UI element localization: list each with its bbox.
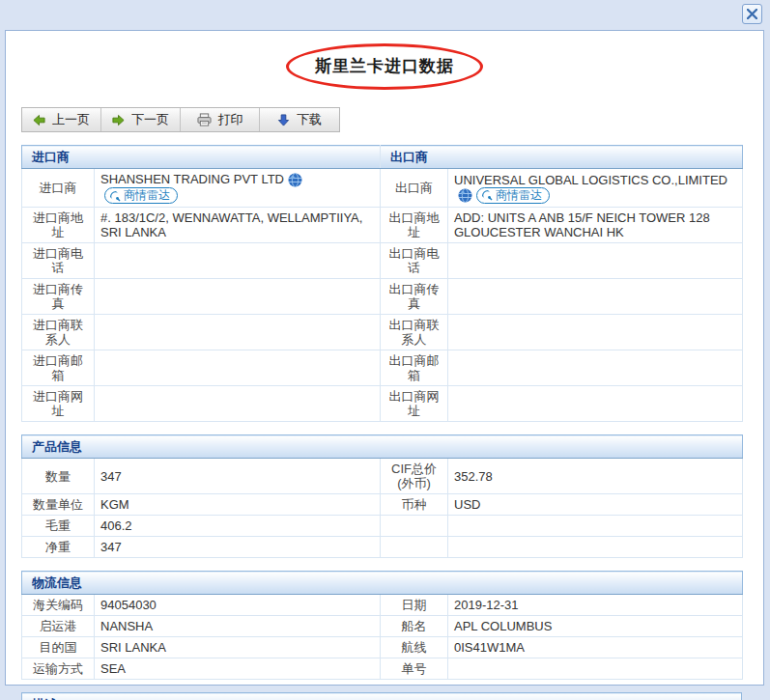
transport-mode-value: SEA (95, 658, 381, 680)
table-row: 净重 347 (22, 537, 743, 558)
net-weight-label: 净重 (22, 537, 95, 558)
vessel-value: APL COLUMBUS (448, 616, 743, 637)
quantity-unit-value: KGM (95, 494, 381, 516)
download-button[interactable]: 下载 (260, 108, 339, 131)
page-title: 斯里兰卡进口数据 (286, 43, 483, 90)
table-row: 海关编码 94054030 日期 2019-12-31 (22, 595, 743, 616)
prev-page-label: 上一页 (52, 111, 90, 128)
hs-code-label: 海关编码 (22, 595, 95, 616)
parties-table: 进口商 出口商 进口商 SHANSHEN TRADING PVT LTD商情雷达… (21, 145, 743, 422)
exporter-contact (448, 315, 743, 350)
importer-phone (95, 243, 381, 279)
table-row: 进口商电话 出口商电话 (22, 243, 743, 279)
table-row: 启运港 NANSHA 船名 APL COLUMBUS (22, 616, 743, 637)
exporter-contact-label: 出口商联系人 (381, 315, 448, 350)
table-row: 数量 347 CIF总价(外币) 352.78 (22, 459, 743, 494)
origin-port-value: NANSHA (95, 616, 381, 637)
gross-weight-label: 毛重 (22, 516, 95, 537)
exporter-phone (448, 243, 743, 279)
importer-section-header: 进口商 (22, 146, 381, 169)
exporter-address: ADD: UNITS A ANB 15/F NEICH TOWER 128 GL… (448, 208, 743, 243)
radar-badge[interactable]: 商情雷达 (476, 187, 550, 204)
table-row: 进口商网址 出口商网址 (22, 386, 743, 422)
importer-contact (95, 315, 381, 350)
printer-icon (197, 113, 212, 126)
description-table: 描述 产品描述 LIGHT 100 LED, 产品描述 2 Electric l… (21, 692, 742, 700)
radar-badge[interactable]: 商情雷达 (104, 187, 178, 204)
importer-email-label: 进口商邮箱 (22, 350, 95, 386)
bill-number-value (448, 658, 743, 680)
importer-name-cell: SHANSHEN TRADING PVT LTD商情雷达 (95, 169, 381, 208)
transport-mode-label: 运输方式 (22, 658, 95, 680)
importer-contact-label: 进口商联系人 (22, 315, 95, 350)
next-page-button[interactable]: 下一页 (101, 108, 181, 131)
destination-country-label: 目的国 (22, 637, 95, 658)
table-row: 进口商邮箱 出口商邮箱 (22, 350, 743, 386)
prev-page-button[interactable]: 上一页 (22, 108, 101, 131)
importer-website (95, 386, 381, 422)
title-area: 斯里兰卡进口数据 (6, 43, 763, 90)
next-page-label: 下一页 (131, 111, 169, 128)
print-button[interactable]: 打印 (181, 108, 260, 131)
vessel-label: 船名 (381, 616, 448, 637)
close-button[interactable] (742, 4, 762, 24)
table-row: 进口商地址 #. 183/1C/2, WENNAWATTA, WELLAMPTI… (22, 208, 743, 243)
exporter-name-cell: UNIVERSAL GLOBAL LOGISTICS CO.,LIMITED商情… (448, 169, 743, 208)
exporter-website-label: 出口商网址 (381, 386, 448, 422)
importer-fax-label: 进口商传真 (22, 279, 95, 315)
date-label: 日期 (381, 595, 448, 616)
importer-address: #. 183/1C/2, WENNAWATTA, WELLAMPTIIYA, S… (95, 208, 381, 243)
table-row: 进口商 SHANSHEN TRADING PVT LTD商情雷达 出口商 UNI… (22, 169, 743, 208)
toolbar: 上一页 下一页 打印 下载 (21, 107, 340, 132)
exporter-address-label: 出口商地址 (381, 208, 448, 243)
cif-total-label: CIF总价(外币) (381, 459, 448, 494)
importer-email (95, 350, 381, 386)
table-row: 毛重 406.2 (22, 516, 743, 537)
globe-icon[interactable] (458, 188, 472, 203)
importer-address-label: 进口商地址 (22, 208, 95, 243)
product-section-header: 产品信息 (22, 435, 743, 459)
currency-label: 币种 (381, 494, 448, 516)
importer-name-label: 进口商 (22, 169, 95, 208)
importer-fax (95, 279, 381, 315)
logistics-section-header: 物流信息 (22, 572, 743, 595)
table-row: 进口商联系人 出口商联系人 (22, 315, 743, 350)
logistics-table: 物流信息 海关编码 94054030 日期 2019-12-31 启运港 NAN… (21, 571, 743, 680)
exporter-name-label: 出口商 (381, 169, 448, 208)
download-label: 下载 (297, 111, 322, 128)
currency-value: USD (448, 494, 743, 516)
exporter-section-header: 出口商 (381, 146, 743, 169)
exporter-email-label: 出口商邮箱 (381, 350, 448, 386)
arrow-right-icon (112, 114, 125, 126)
destination-country-value: SRI LANKA (95, 637, 381, 658)
table-row: 进口商传真 出口商传真 (22, 279, 743, 315)
empty-value (448, 537, 743, 558)
table-row: 运输方式 SEA 单号 (22, 658, 743, 680)
route-label: 航线 (381, 637, 448, 658)
empty-label (381, 537, 448, 558)
exporter-fax-label: 出口商传真 (381, 279, 448, 315)
quantity-unit-label: 数量单位 (22, 494, 95, 516)
importer-phone-label: 进口商电话 (22, 243, 95, 279)
table-row: 目的国 SRI LANKA 航线 0IS41W1MA (22, 637, 743, 658)
empty-value (448, 516, 743, 537)
exporter-email (448, 350, 743, 386)
close-icon (747, 9, 757, 19)
exporter-name: UNIVERSAL GLOBAL LOGISTICS CO.,LIMITED (454, 173, 727, 187)
radar-icon (109, 190, 121, 202)
radar-badge-label: 商情雷达 (496, 188, 542, 203)
exporter-website (448, 386, 743, 422)
route-value: 0IS41W1MA (448, 637, 743, 658)
arrow-left-icon (33, 114, 45, 126)
date-value: 2019-12-31 (448, 595, 743, 616)
product-info-table: 产品信息 数量 347 CIF总价(外币) 352.78 数量单位 KGM 币种… (21, 434, 743, 558)
importer-website-label: 进口商网址 (22, 386, 95, 422)
net-weight-value: 347 (95, 537, 381, 558)
bill-number-label: 单号 (381, 658, 448, 680)
quantity-value: 347 (95, 459, 381, 494)
print-label: 打印 (218, 111, 243, 128)
globe-icon[interactable] (288, 173, 302, 187)
exporter-fax (448, 279, 743, 315)
quantity-label: 数量 (22, 459, 95, 494)
exporter-phone-label: 出口商电话 (381, 243, 448, 279)
